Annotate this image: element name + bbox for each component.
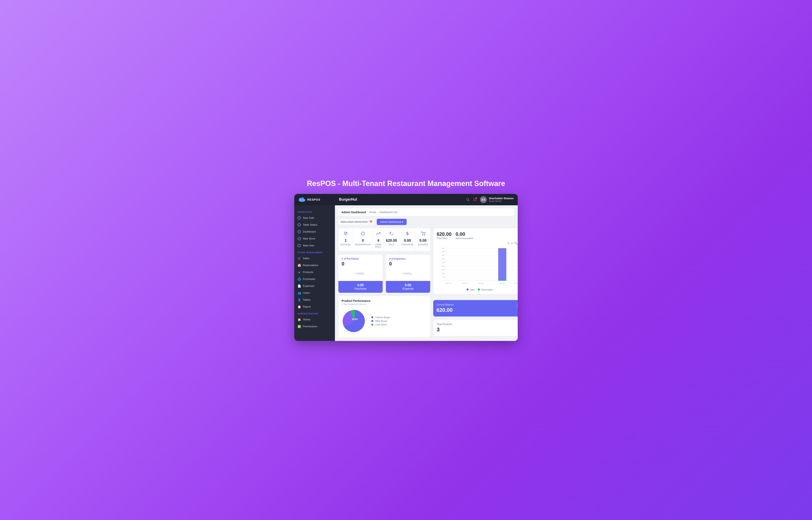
purchases-card: # of Purchases 0 Loading... 0.00 Purchas… bbox=[338, 254, 383, 293]
svg-rect-37 bbox=[498, 248, 506, 281]
sidebar-item-reservations[interactable]: 📅 Reservations bbox=[294, 262, 335, 269]
notification-badge-dot bbox=[475, 198, 477, 199]
dashboard-dropdown-button[interactable]: Admin Dashboard ▾ bbox=[377, 219, 407, 225]
dashboard-icon: + bbox=[298, 230, 301, 233]
svg-text:20.0%: 20.0% bbox=[352, 318, 358, 320]
items-sold-value: 4 bbox=[377, 238, 379, 243]
sidebar-item-label: Reservations bbox=[303, 264, 318, 267]
stat-items-sold: 4 ITEMS SOLD bbox=[373, 228, 384, 251]
chart-icon-zoom-out[interactable]: ⊖ bbox=[511, 241, 513, 244]
purchases-loading: Loading... bbox=[342, 269, 380, 278]
mid-grid: # of Purchases 0 Loading... 0.00 Purchas… bbox=[338, 254, 430, 293]
sidebar-item-sales[interactable]: 🛒 Sales bbox=[294, 255, 335, 262]
purchases-total-button[interactable]: 0.00 Purchase bbox=[338, 281, 383, 293]
svg-text:05 Feb: 05 Feb bbox=[514, 282, 518, 284]
expenses-total-button[interactable]: 0.00 Expense bbox=[386, 281, 430, 293]
sidebar-item-label: Expenses bbox=[303, 284, 314, 287]
new-user-icon: + bbox=[298, 244, 301, 247]
invoices-value: 1 bbox=[345, 238, 347, 243]
chart-icon-zoom-in[interactable]: ⊕ bbox=[507, 241, 510, 244]
chart-icon-search[interactable]: 🔍 bbox=[514, 241, 517, 244]
total-sales-block: 620.00 Total Sales bbox=[437, 231, 451, 239]
pie-area: 20.0% Cheese Burger BBQ Burger bbox=[342, 308, 427, 334]
reservations-icon: 📅 bbox=[298, 264, 301, 267]
balance-label: Current Balance bbox=[437, 303, 518, 306]
breadcrumb-current: Dashboard List bbox=[380, 211, 397, 214]
expense-value: 0.00 bbox=[419, 238, 426, 243]
sidebar-item-users[interactable]: 👥 Users bbox=[294, 289, 335, 296]
sidebar-item-purchases[interactable]: 🌐 Purchases bbox=[294, 276, 335, 283]
sidebar-item-stores[interactable]: 🏠 Stores bbox=[294, 316, 335, 323]
search-button[interactable] bbox=[466, 198, 470, 202]
shortcuts-label: SHORTCUTS bbox=[294, 209, 335, 214]
date-range-input[interactable]: 30/01/2025-05/02/2025 📅 bbox=[338, 219, 375, 225]
sidebar-item-label: Products bbox=[303, 270, 313, 274]
coke-label: Coke 600ml bbox=[375, 323, 387, 326]
notification-button[interactable] bbox=[473, 198, 477, 202]
total-products-label: Total Products bbox=[437, 323, 518, 326]
stat-expense: 0.00 EXPENSE bbox=[416, 228, 430, 251]
expense-icon bbox=[421, 231, 425, 237]
sidebar-item-label: Dashboard bbox=[303, 230, 316, 233]
reservation-label: RESERVATION bbox=[355, 243, 371, 246]
sidebar-item-dashboard[interactable]: + Dashboard bbox=[294, 228, 335, 235]
chart-top-values: 620.00 Total Sales 0.00 Party Reservatio… bbox=[437, 231, 518, 239]
user-profile[interactable]: SS Sharfuddin Shawon Super Admin bbox=[480, 196, 514, 203]
total-products-card: Total Products 3 bbox=[433, 319, 518, 336]
items-sold-label: ITEMS SOLD bbox=[375, 243, 382, 248]
party-reservation-value: 0.00 bbox=[455, 231, 473, 237]
purchase-value: 0.00 bbox=[404, 238, 411, 243]
cheese-burger-dot bbox=[371, 316, 373, 318]
pie-legend: Cheese Burger BBQ Burger Coke 600ml bbox=[371, 316, 390, 326]
svg-text:124: 124 bbox=[442, 272, 445, 275]
balance-card: Current Balance 620.00 bbox=[433, 300, 518, 316]
brand-name: BurgerHut bbox=[339, 198, 466, 202]
sidebar-item-expenses[interactable]: 📄 Expenses bbox=[294, 283, 335, 289]
stat-invoices: 1 INVOICES bbox=[338, 228, 353, 251]
svg-text:434: 434 bbox=[442, 254, 445, 256]
bbq-burger-dot bbox=[371, 320, 373, 322]
svg-text:02 Feb: 02 Feb bbox=[462, 282, 467, 284]
breadcrumb: Admin Dashboard › Home › Dashboard List bbox=[338, 209, 514, 216]
breadcrumb-home[interactable]: Home bbox=[369, 211, 376, 214]
total-sales-value: 620.00 bbox=[437, 231, 451, 237]
sidebar-item-tables[interactable]: 👤 Tables bbox=[294, 296, 335, 303]
chart-area: 0 62 124 186 248 310 372 434 496 558 bbox=[437, 246, 518, 287]
expenses-icon: 📄 bbox=[298, 284, 301, 288]
svg-text:558: 558 bbox=[442, 248, 445, 249]
sidebar-item-label: New Sale bbox=[303, 216, 314, 219]
table-status-icon: + bbox=[298, 223, 301, 227]
sidebar-item-new-sale[interactable]: + New Sale bbox=[294, 214, 335, 222]
sidebar: SHORTCUTS + New Sale + Table Status + Da… bbox=[294, 205, 335, 341]
sidebar-item-label: New User bbox=[303, 244, 314, 247]
reservation-icon bbox=[361, 231, 365, 237]
pie-chart: 20.0% bbox=[342, 308, 368, 334]
sidebar-item-label: Tables bbox=[303, 298, 311, 301]
new-store-icon: + bbox=[298, 237, 301, 240]
breadcrumb-title: Admin Dashboard bbox=[341, 211, 366, 214]
page-main-title: ResPOS - Multi-Tenant Restaurant Managem… bbox=[307, 179, 505, 188]
svg-text:248: 248 bbox=[442, 265, 445, 267]
topbar: RESPOS BurgerHut SS Sharfuddin Shawon Su… bbox=[294, 194, 518, 205]
expenses-amount: 0.00 bbox=[388, 283, 428, 287]
sidebar-item-new-store[interactable]: + New Store bbox=[294, 235, 335, 242]
sidebar-item-table-status[interactable]: + Table Status bbox=[294, 222, 335, 228]
admin-label: ADMINISTRATION bbox=[294, 310, 335, 316]
user-details: Sharfuddin Shawon Super Admin bbox=[489, 197, 514, 202]
stat-purchase: 0.00 PURCHASE bbox=[399, 228, 416, 251]
expenses-label: # of Expenses bbox=[389, 257, 427, 260]
sidebar-item-permissions[interactable]: ✅ Permissions bbox=[294, 323, 335, 330]
sidebar-item-label: Permissions bbox=[303, 325, 317, 328]
svg-point-11 bbox=[422, 235, 423, 235]
sidebar-item-products[interactable]: ◈ Products bbox=[294, 269, 335, 276]
svg-text:310: 310 bbox=[442, 262, 445, 263]
report-icon: 📋 bbox=[298, 305, 301, 308]
svg-line-5 bbox=[469, 200, 469, 201]
expenses-loading: Loading... bbox=[389, 269, 427, 278]
stats-row: 1 INVOICES 0 RESERVATION bbox=[338, 228, 430, 252]
sidebar-item-label: Stores bbox=[303, 318, 311, 321]
sidebar-item-report[interactable]: 📋 Report bbox=[294, 303, 335, 310]
app-container: RESPOS BurgerHut SS Sharfuddin Shawon Su… bbox=[294, 194, 518, 341]
reservation-value: 0 bbox=[362, 238, 364, 243]
sidebar-item-new-user[interactable]: + New User bbox=[294, 242, 335, 249]
